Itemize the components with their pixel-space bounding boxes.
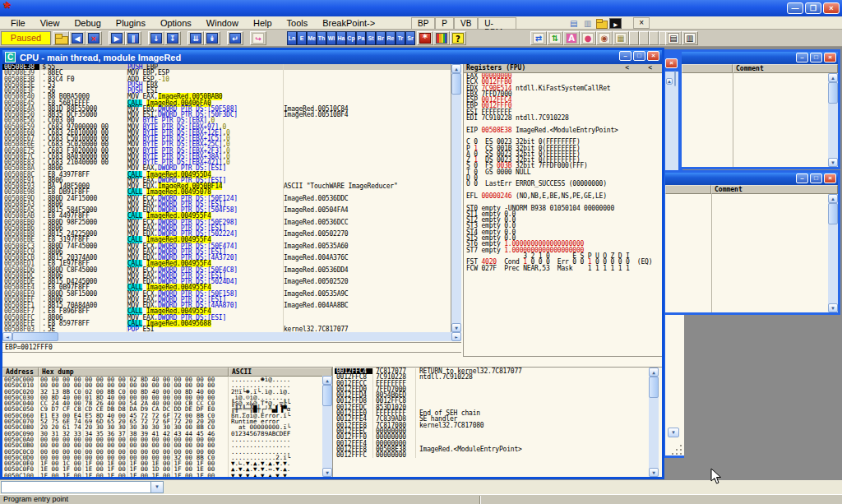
maximize-button[interactable]: □: [810, 53, 822, 62]
disasm-row[interactable]: 00508EC3.8B0D 74F45000MOV ECX,DWORD PTR …: [2, 243, 451, 249]
menu-button-vb[interactable]: VB: [454, 17, 478, 30]
disasm-row[interactable]: 00508EF7.E8 F896F8FFCALL ImageRed.004955…: [2, 308, 451, 314]
blank-button[interactable]: [649, 31, 659, 45]
column-header-blank[interactable]: [682, 64, 733, 73]
disasm-scrollbar[interactable]: ▲ ▼: [451, 64, 461, 332]
collapse-icon[interactable]: <: [648, 64, 652, 72]
pane-button-ln[interactable]: Ln: [287, 31, 297, 45]
pane-button-tr[interactable]: Tr: [396, 31, 405, 45]
pane-button-ha[interactable]: Ha: [336, 31, 346, 45]
cpu-window[interactable]: C CPU - main thread, module ImageRed – □…: [0, 48, 664, 479]
swap-arrows-button[interactable]: ⇄: [530, 31, 547, 45]
blank-button[interactable]: [639, 31, 649, 45]
register-line[interactable]: EFL 00000246 (NO,NB,E,BE,NS,PE,GE,LE): [464, 193, 662, 199]
comments-window-top[interactable]: – □ × Comment ▲ ▼: [679, 49, 840, 169]
scroll-right-icon[interactable]: ►: [451, 332, 461, 341]
cpu-titlebar[interactable]: C CPU - main thread, module ImageRed – □…: [2, 50, 662, 64]
comments-window-middle-scrollbar[interactable]: ▲ ▼: [828, 194, 838, 312]
register-line[interactable]: T 0 GS 0000 NULL: [464, 169, 662, 175]
comments-window-top-scrollbar[interactable]: ▲ ▼: [828, 73, 838, 167]
minimize-button[interactable]: –: [796, 173, 808, 183]
menu-button-ubpm[interactable]: U-BPM: [478, 17, 516, 30]
disasm-hscrollbar[interactable]: ◄ ►: [2, 332, 461, 341]
disasm-row[interactable]: 00508E3B.83C4 F0ADD ESP,-10: [2, 76, 451, 82]
disasm-row[interactable]: 00508E9D.8B0D 24F15000MOV ECX,DWORD PTR …: [2, 196, 451, 201]
menu-item-debug[interactable]: Debug: [67, 16, 108, 30]
stack-pane[interactable]: 0012FFC47C817077RETURN to kernel32.7C817…: [335, 367, 662, 477]
minimize-button[interactable]: —: [787, 2, 803, 14]
run-button[interactable]: ▶: [109, 31, 125, 45]
disasm-row[interactable]: 00508E8C.E8 4397F8FFCALL ImageRed.004955…: [2, 172, 451, 178]
appearance-button[interactable]: [433, 31, 450, 45]
command-input[interactable]: [2, 482, 150, 492]
register-line[interactable]: O 0 LastErr ERROR_SUCCESS (00000000): [464, 181, 662, 187]
combo-dropdown-icon[interactable]: ▼: [150, 482, 163, 492]
log-window-icon[interactable]: ▤: [567, 18, 580, 29]
menu-item-help[interactable]: Help: [246, 16, 280, 30]
scroll-up-icon[interactable]: ▲: [649, 368, 659, 377]
pane-button-br[interactable]: Br: [376, 31, 386, 45]
arrange-windows-button[interactable]: ▤: [665, 31, 682, 45]
restore-button[interactable]: ❐: [805, 2, 821, 14]
disasm-row[interactable]: 00508EFE.E8 8597F8FFCALL ImageRed.004956…: [2, 321, 451, 326]
close-icon[interactable]: ×: [647, 51, 659, 61]
grid-button[interactable]: ▦: [613, 31, 629, 45]
jump-to-button[interactable]: ↪: [250, 31, 266, 45]
execute-till-return-button[interactable]: ↵: [227, 31, 243, 45]
menu-item-plugins[interactable]: Plugins: [109, 16, 153, 30]
disasm-pane[interactable]: 00508E38$55PUSH EBP00508E39.8BECMOV EBP,…: [2, 64, 451, 332]
minimize-button[interactable]: –: [619, 51, 632, 61]
animate-over-button[interactable]: ↡: [204, 31, 220, 45]
pane-button-me[interactable]: Me: [307, 31, 317, 45]
menu-item-breakpoint[interactable]: BreakPoint->: [315, 16, 382, 30]
minimize-button[interactable]: –: [796, 53, 808, 62]
pane-button-th[interactable]: Th: [317, 31, 326, 45]
open-file-button[interactable]: [53, 31, 69, 45]
disasm-row[interactable]: 00508ED6.8B0D C8F45000MOV ECX,DWORD PTR …: [2, 267, 451, 273]
menu-item-options[interactable]: Options: [153, 16, 199, 30]
maximize-button[interactable]: □: [633, 51, 645, 61]
dump-scrollbar[interactable]: ▲ ▼: [322, 376, 332, 477]
scroll-down-icon[interactable]: ▼: [668, 428, 679, 437]
menu-item-window[interactable]: Window: [199, 16, 246, 30]
disasm-row[interactable]: 00508E38$55PUSH EBP: [2, 64, 451, 70]
console-icon[interactable]: ▸: [609, 18, 622, 29]
disasm-row[interactable]: 00508EE9.8B0D 58F15000MOV ECX,DWORD PTR …: [2, 291, 451, 297]
scroll-up-icon[interactable]: ▲: [322, 376, 332, 385]
register-line[interactable]: FCW 027F Prec NEAR,53 Mask 1 1 1 1 1 1: [464, 266, 662, 271]
breakpoint-dot-button[interactable]: ●: [580, 31, 596, 45]
dump-row[interactable]: 0050C1001F 00 1F 00│1F 00 1E 00│1F 00 1E…: [2, 473, 332, 477]
hidden-window-close-button[interactable]: ×: [665, 58, 678, 68]
collapse-icon[interactable]: <: [625, 64, 629, 72]
go-back-button[interactable]: ◀: [69, 31, 86, 45]
pane-button-st[interactable]: St: [366, 31, 376, 45]
info-pane[interactable]: EBP=0012FFF0: [2, 342, 461, 353]
resize-grip[interactable]: [672, 443, 683, 455]
close-icon[interactable]: ×: [824, 173, 836, 183]
pane-button-pa[interactable]: Pa: [356, 31, 366, 45]
comments-window-top-titlebar[interactable]: – □ ×: [682, 52, 838, 64]
close-button[interactable]: ×: [823, 2, 840, 14]
scroll-down-icon[interactable]: ▼: [649, 468, 659, 477]
notes-icon[interactable]: ▥: [581, 18, 594, 29]
help-button[interactable]: ?: [450, 31, 466, 45]
dump-pane[interactable]: Address Hex dump ASCII 0050C00000 00 00 …: [2, 367, 333, 477]
scroll-down-icon[interactable]: ▼: [828, 158, 838, 167]
close-program-button[interactable]: ×: [86, 31, 102, 45]
menu-button-p[interactable]: P: [435, 17, 454, 30]
step-over-button[interactable]: ↧: [164, 31, 181, 45]
pane-button-e[interactable]: E: [297, 31, 307, 45]
comments-window-middle[interactable]: – □ × Comment ▲ ▼: [663, 170, 840, 315]
stack-row[interactable]: 0012FFFC00000000: [335, 452, 662, 458]
menu-button-bp[interactable]: BP: [411, 17, 435, 30]
column-header-blank[interactable]: [665, 185, 711, 194]
scroll-down-icon[interactable]: ▼: [322, 468, 332, 477]
maximize-button[interactable]: □: [810, 173, 822, 183]
stack-scrollbar[interactable]: ▲ ▼: [649, 368, 659, 477]
pane-button-sr[interactable]: Sr: [405, 31, 415, 45]
registers-pane[interactable]: Registers (FPU) < < EAX 00000000ECX 0012…: [463, 64, 662, 357]
disasm-row[interactable]: 00508E3E.53PUSH EBX: [2, 82, 451, 88]
disasm-row[interactable]: 00508EB0.8B0D 98F25000MOV ECX,DWORD PTR …: [2, 220, 451, 225]
ascii-view-button[interactable]: A: [563, 31, 580, 45]
pane-button-re[interactable]: Re: [386, 31, 396, 45]
